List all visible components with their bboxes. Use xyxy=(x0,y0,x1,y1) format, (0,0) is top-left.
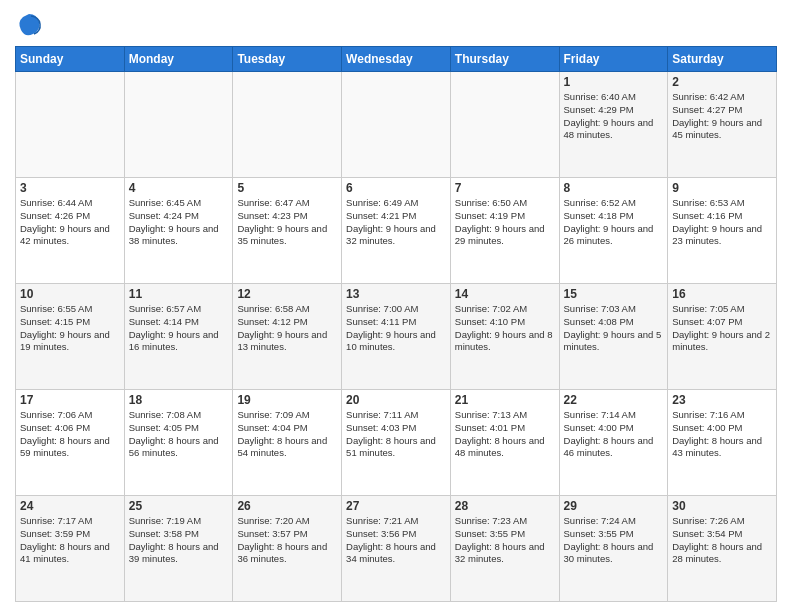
page: SundayMondayTuesdayWednesdayThursdayFrid… xyxy=(0,0,792,612)
calendar-cell: 27Sunrise: 7:21 AM Sunset: 3:56 PM Dayli… xyxy=(342,496,451,602)
day-info: Sunrise: 6:55 AM Sunset: 4:15 PM Dayligh… xyxy=(20,303,120,354)
day-info: Sunrise: 6:42 AM Sunset: 4:27 PM Dayligh… xyxy=(672,91,772,142)
calendar-cell xyxy=(124,72,233,178)
day-number: 25 xyxy=(129,499,229,513)
day-info: Sunrise: 6:50 AM Sunset: 4:19 PM Dayligh… xyxy=(455,197,555,248)
day-number: 1 xyxy=(564,75,664,89)
logo-icon xyxy=(15,10,43,38)
day-info: Sunrise: 7:11 AM Sunset: 4:03 PM Dayligh… xyxy=(346,409,446,460)
calendar-day-header: Thursday xyxy=(450,47,559,72)
day-info: Sunrise: 7:16 AM Sunset: 4:00 PM Dayligh… xyxy=(672,409,772,460)
day-number: 28 xyxy=(455,499,555,513)
day-number: 17 xyxy=(20,393,120,407)
calendar-cell: 26Sunrise: 7:20 AM Sunset: 3:57 PM Dayli… xyxy=(233,496,342,602)
day-number: 20 xyxy=(346,393,446,407)
day-info: Sunrise: 7:05 AM Sunset: 4:07 PM Dayligh… xyxy=(672,303,772,354)
calendar-cell: 11Sunrise: 6:57 AM Sunset: 4:14 PM Dayli… xyxy=(124,284,233,390)
calendar-cell: 24Sunrise: 7:17 AM Sunset: 3:59 PM Dayli… xyxy=(16,496,125,602)
calendar-week-row: 10Sunrise: 6:55 AM Sunset: 4:15 PM Dayli… xyxy=(16,284,777,390)
day-info: Sunrise: 6:57 AM Sunset: 4:14 PM Dayligh… xyxy=(129,303,229,354)
day-number: 22 xyxy=(564,393,664,407)
day-info: Sunrise: 6:53 AM Sunset: 4:16 PM Dayligh… xyxy=(672,197,772,248)
day-info: Sunrise: 7:23 AM Sunset: 3:55 PM Dayligh… xyxy=(455,515,555,566)
day-number: 26 xyxy=(237,499,337,513)
day-info: Sunrise: 6:58 AM Sunset: 4:12 PM Dayligh… xyxy=(237,303,337,354)
day-info: Sunrise: 7:08 AM Sunset: 4:05 PM Dayligh… xyxy=(129,409,229,460)
day-info: Sunrise: 7:24 AM Sunset: 3:55 PM Dayligh… xyxy=(564,515,664,566)
day-info: Sunrise: 6:44 AM Sunset: 4:26 PM Dayligh… xyxy=(20,197,120,248)
calendar-cell xyxy=(450,72,559,178)
calendar-header-row: SundayMondayTuesdayWednesdayThursdayFrid… xyxy=(16,47,777,72)
day-number: 27 xyxy=(346,499,446,513)
day-info: Sunrise: 7:20 AM Sunset: 3:57 PM Dayligh… xyxy=(237,515,337,566)
calendar-cell: 21Sunrise: 7:13 AM Sunset: 4:01 PM Dayli… xyxy=(450,390,559,496)
day-number: 21 xyxy=(455,393,555,407)
calendar-day-header: Monday xyxy=(124,47,233,72)
calendar-cell: 10Sunrise: 6:55 AM Sunset: 4:15 PM Dayli… xyxy=(16,284,125,390)
day-number: 15 xyxy=(564,287,664,301)
calendar-cell: 13Sunrise: 7:00 AM Sunset: 4:11 PM Dayli… xyxy=(342,284,451,390)
calendar-cell: 4Sunrise: 6:45 AM Sunset: 4:24 PM Daylig… xyxy=(124,178,233,284)
calendar-table: SundayMondayTuesdayWednesdayThursdayFrid… xyxy=(15,46,777,602)
day-info: Sunrise: 7:00 AM Sunset: 4:11 PM Dayligh… xyxy=(346,303,446,354)
day-number: 2 xyxy=(672,75,772,89)
calendar-cell: 9Sunrise: 6:53 AM Sunset: 4:16 PM Daylig… xyxy=(668,178,777,284)
day-number: 11 xyxy=(129,287,229,301)
day-info: Sunrise: 7:06 AM Sunset: 4:06 PM Dayligh… xyxy=(20,409,120,460)
calendar-cell xyxy=(16,72,125,178)
calendar-cell: 2Sunrise: 6:42 AM Sunset: 4:27 PM Daylig… xyxy=(668,72,777,178)
day-number: 14 xyxy=(455,287,555,301)
day-number: 9 xyxy=(672,181,772,195)
calendar-cell: 5Sunrise: 6:47 AM Sunset: 4:23 PM Daylig… xyxy=(233,178,342,284)
day-info: Sunrise: 7:21 AM Sunset: 3:56 PM Dayligh… xyxy=(346,515,446,566)
day-number: 24 xyxy=(20,499,120,513)
calendar-cell: 6Sunrise: 6:49 AM Sunset: 4:21 PM Daylig… xyxy=(342,178,451,284)
day-number: 3 xyxy=(20,181,120,195)
calendar-cell xyxy=(342,72,451,178)
day-number: 10 xyxy=(20,287,120,301)
day-number: 23 xyxy=(672,393,772,407)
day-info: Sunrise: 7:17 AM Sunset: 3:59 PM Dayligh… xyxy=(20,515,120,566)
day-number: 29 xyxy=(564,499,664,513)
calendar-cell: 18Sunrise: 7:08 AM Sunset: 4:05 PM Dayli… xyxy=(124,390,233,496)
calendar-day-header: Wednesday xyxy=(342,47,451,72)
calendar-cell: 8Sunrise: 6:52 AM Sunset: 4:18 PM Daylig… xyxy=(559,178,668,284)
day-number: 4 xyxy=(129,181,229,195)
day-info: Sunrise: 6:45 AM Sunset: 4:24 PM Dayligh… xyxy=(129,197,229,248)
day-info: Sunrise: 7:26 AM Sunset: 3:54 PM Dayligh… xyxy=(672,515,772,566)
calendar-day-header: Sunday xyxy=(16,47,125,72)
calendar-cell: 25Sunrise: 7:19 AM Sunset: 3:58 PM Dayli… xyxy=(124,496,233,602)
calendar-cell: 1Sunrise: 6:40 AM Sunset: 4:29 PM Daylig… xyxy=(559,72,668,178)
day-number: 7 xyxy=(455,181,555,195)
day-number: 13 xyxy=(346,287,446,301)
day-info: Sunrise: 6:52 AM Sunset: 4:18 PM Dayligh… xyxy=(564,197,664,248)
day-number: 19 xyxy=(237,393,337,407)
calendar-week-row: 24Sunrise: 7:17 AM Sunset: 3:59 PM Dayli… xyxy=(16,496,777,602)
calendar-week-row: 1Sunrise: 6:40 AM Sunset: 4:29 PM Daylig… xyxy=(16,72,777,178)
calendar-cell xyxy=(233,72,342,178)
calendar-week-row: 17Sunrise: 7:06 AM Sunset: 4:06 PM Dayli… xyxy=(16,390,777,496)
calendar-cell: 30Sunrise: 7:26 AM Sunset: 3:54 PM Dayli… xyxy=(668,496,777,602)
day-info: Sunrise: 6:47 AM Sunset: 4:23 PM Dayligh… xyxy=(237,197,337,248)
calendar-week-row: 3Sunrise: 6:44 AM Sunset: 4:26 PM Daylig… xyxy=(16,178,777,284)
day-info: Sunrise: 7:03 AM Sunset: 4:08 PM Dayligh… xyxy=(564,303,664,354)
day-info: Sunrise: 7:09 AM Sunset: 4:04 PM Dayligh… xyxy=(237,409,337,460)
day-info: Sunrise: 7:02 AM Sunset: 4:10 PM Dayligh… xyxy=(455,303,555,354)
calendar-cell: 28Sunrise: 7:23 AM Sunset: 3:55 PM Dayli… xyxy=(450,496,559,602)
calendar-cell: 3Sunrise: 6:44 AM Sunset: 4:26 PM Daylig… xyxy=(16,178,125,284)
calendar-day-header: Saturday xyxy=(668,47,777,72)
header xyxy=(15,10,777,38)
day-info: Sunrise: 7:13 AM Sunset: 4:01 PM Dayligh… xyxy=(455,409,555,460)
calendar-cell: 12Sunrise: 6:58 AM Sunset: 4:12 PM Dayli… xyxy=(233,284,342,390)
day-number: 12 xyxy=(237,287,337,301)
day-number: 16 xyxy=(672,287,772,301)
calendar-cell: 29Sunrise: 7:24 AM Sunset: 3:55 PM Dayli… xyxy=(559,496,668,602)
calendar-cell: 14Sunrise: 7:02 AM Sunset: 4:10 PM Dayli… xyxy=(450,284,559,390)
calendar-day-header: Friday xyxy=(559,47,668,72)
calendar-cell: 16Sunrise: 7:05 AM Sunset: 4:07 PM Dayli… xyxy=(668,284,777,390)
day-info: Sunrise: 6:49 AM Sunset: 4:21 PM Dayligh… xyxy=(346,197,446,248)
calendar-cell: 19Sunrise: 7:09 AM Sunset: 4:04 PM Dayli… xyxy=(233,390,342,496)
calendar-cell: 7Sunrise: 6:50 AM Sunset: 4:19 PM Daylig… xyxy=(450,178,559,284)
day-info: Sunrise: 6:40 AM Sunset: 4:29 PM Dayligh… xyxy=(564,91,664,142)
day-number: 8 xyxy=(564,181,664,195)
